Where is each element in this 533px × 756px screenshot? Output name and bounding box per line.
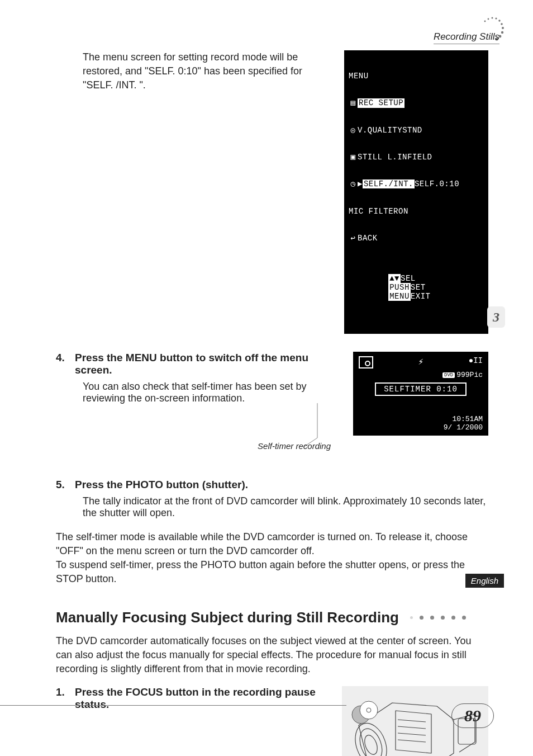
step-focus-number: 1.: [56, 686, 72, 711]
svg-point-0: [484, 21, 486, 22]
menu-group: REC SETUP: [358, 98, 404, 107]
step4-heading: 4. Press the MENU button to switch off t…: [56, 352, 339, 376]
svg-point-26: [360, 701, 378, 719]
camera-menu-screenshot: MENU ▤REC SETUP ◎ V.QUALITY STND ▣ STILL…: [344, 50, 488, 334]
dvd-badge-icon: DVD: [442, 372, 455, 378]
svg-point-2: [492, 17, 493, 19]
rec-pause-icon: ●II: [469, 356, 483, 365]
svg-point-13: [356, 726, 386, 756]
timer-time: 10:51AM: [444, 415, 483, 424]
flash-icon: ⚡: [418, 356, 424, 367]
svg-point-14: [362, 734, 379, 756]
footer-sel: SEL: [401, 274, 416, 283]
footer-rule: [0, 705, 346, 706]
updown-icon: ▲▼: [388, 274, 401, 283]
disc-decoration-icon: [351, 699, 382, 725]
step5-title: Press the PHOTO button (shutter).: [75, 479, 248, 491]
svg-point-7: [501, 31, 503, 34]
step-focus-heading: 1. Press the FOCUS button in the recordi…: [56, 686, 327, 711]
self-timer-caption: Self-timer recording: [258, 441, 331, 451]
camera-timer-screenshot: ⚡ ●II DVD999Pic SELFTIMER 0:10 10:51AM 9…: [353, 352, 488, 436]
section-header: Recording Stills: [434, 31, 499, 44]
menu-back: BACK: [358, 234, 378, 243]
footer-push: PUSH: [388, 283, 411, 292]
dvd-icon: ◎: [349, 126, 358, 135]
pic-count: 999Pic: [456, 371, 483, 379]
step4-number: 4.: [56, 352, 72, 376]
photo-mode-icon: [359, 356, 373, 368]
menu-item-label: SELF./INT.: [363, 179, 415, 188]
menu-item-value: STND: [402, 126, 422, 135]
intro-paragraph: The menu screen for setting record mode …: [56, 50, 330, 334]
menu-item-value: FIELD: [407, 153, 432, 162]
footer-set: SET: [411, 283, 426, 292]
timer-icon: ◷: [349, 179, 358, 188]
page-number: 89: [451, 703, 494, 728]
svg-point-5: [501, 23, 503, 25]
menu-title: MENU: [349, 72, 484, 81]
step4-title: Press the MENU button to switch off the …: [75, 352, 339, 376]
camera-icon: ▤: [349, 98, 358, 107]
manual-focus-intro: The DVD camcorder automatically focuses …: [56, 634, 488, 677]
step5-number: 5.: [56, 479, 72, 491]
footer-exit: EXIT: [411, 292, 431, 301]
menu-item-value: SELF.0:10: [415, 179, 459, 188]
back-arrow-icon: ↩: [349, 234, 358, 243]
svg-point-6: [502, 27, 504, 29]
svg-point-4: [498, 20, 500, 21]
menu-item-label: STILL L.IN: [358, 153, 407, 162]
menu-item-label: MIC FILTER: [349, 207, 398, 216]
chapter-badge: 3: [487, 306, 505, 328]
cursor-icon: ▶: [358, 179, 363, 188]
etc-icon: ▣: [349, 153, 358, 162]
timer-date: 9/ 1/2000: [444, 424, 483, 432]
step5-heading: 5. Press the PHOTO button (shutter).: [56, 479, 488, 491]
section-heading-manual-focus: Manually Focusing Subject during Still R…: [56, 609, 488, 626]
menu-item-label: V.QUALITY: [358, 126, 402, 135]
h2-text: Manually Focusing Subject during Still R…: [56, 609, 399, 626]
svg-point-3: [495, 17, 497, 19]
step5-body: The tally indicator at the front of DVD …: [56, 495, 488, 519]
release-paragraph: The self-timer mode is available while t…: [56, 530, 488, 587]
menu-item-value: ON: [398, 207, 408, 216]
decorative-dots: [410, 616, 466, 620]
footer-menu: MENU: [388, 292, 411, 301]
step-focus-title: Press the FOCUS button in the recording …: [75, 686, 327, 711]
section-title: Recording Stills: [434, 31, 499, 42]
language-badge: English: [465, 574, 504, 588]
svg-point-1: [488, 18, 489, 20]
self-timer-box: SELFTIMER 0:10: [375, 382, 467, 396]
